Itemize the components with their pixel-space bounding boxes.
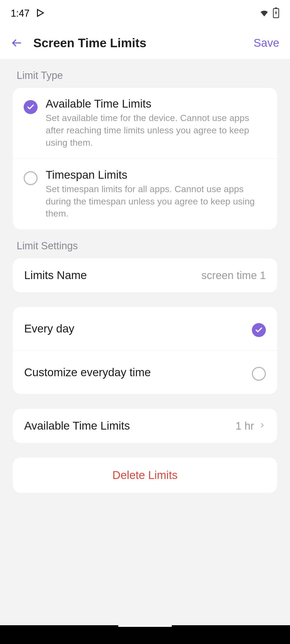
everyday-row[interactable]: Every day bbox=[13, 307, 277, 350]
home-indicator[interactable] bbox=[118, 625, 172, 627]
section-limit-type: Limit Type bbox=[13, 59, 277, 88]
check-selected-icon bbox=[252, 323, 266, 337]
time-limit-value: 1 hr bbox=[235, 420, 254, 432]
chevron-right-icon bbox=[259, 422, 266, 430]
battery-icon bbox=[273, 8, 279, 19]
page-title: Screen Time Limits bbox=[33, 36, 243, 50]
radio-unselected-icon bbox=[252, 367, 266, 381]
option-available-time[interactable]: Available Time Limits Set available time… bbox=[13, 88, 277, 159]
option-desc: Set timespan limits for all apps. Cannot… bbox=[46, 183, 266, 220]
time-limit-row[interactable]: Available Time Limits 1 hr bbox=[13, 409, 277, 443]
status-bar: 1:47 bbox=[0, 0, 290, 27]
customize-row[interactable]: Customize everyday time bbox=[13, 350, 277, 394]
svg-marker-0 bbox=[38, 9, 44, 16]
limit-type-card: Available Time Limits Set available time… bbox=[13, 88, 277, 229]
wifi-icon bbox=[259, 8, 270, 19]
limits-name-card: Limits Name screen time 1 bbox=[13, 258, 277, 292]
time-limit-card: Available Time Limits 1 hr bbox=[13, 409, 277, 443]
status-time: 1:47 bbox=[11, 8, 30, 19]
option-desc: Set available time for the device. Canno… bbox=[46, 112, 266, 149]
limits-name-row[interactable]: Limits Name screen time 1 bbox=[13, 258, 277, 292]
section-limit-settings: Limit Settings bbox=[13, 229, 277, 258]
delete-button[interactable]: Delete Limits bbox=[13, 458, 277, 493]
option-timespan[interactable]: Timespan Limits Set timespan limits for … bbox=[13, 159, 277, 230]
save-button[interactable]: Save bbox=[253, 36, 279, 49]
app-header: Screen Time Limits Save bbox=[0, 27, 290, 59]
limits-name-label: Limits Name bbox=[24, 269, 87, 282]
option-title: Available Time Limits bbox=[46, 97, 266, 110]
time-limit-label: Available Time Limits bbox=[24, 419, 130, 432]
customize-label: Customize everyday time bbox=[24, 366, 151, 379]
limits-name-value: screen time 1 bbox=[201, 269, 266, 281]
back-button[interactable] bbox=[11, 37, 23, 49]
play-store-icon bbox=[35, 8, 45, 19]
everyday-label: Every day bbox=[24, 322, 74, 335]
option-title: Timespan Limits bbox=[46, 169, 266, 181]
svg-rect-2 bbox=[275, 8, 277, 9]
delete-label: Delete Limits bbox=[113, 469, 178, 481]
radio-unselected-icon bbox=[24, 171, 38, 185]
radio-selected-icon bbox=[24, 100, 38, 114]
schedule-card: Every day Customize everyday time bbox=[13, 307, 277, 394]
